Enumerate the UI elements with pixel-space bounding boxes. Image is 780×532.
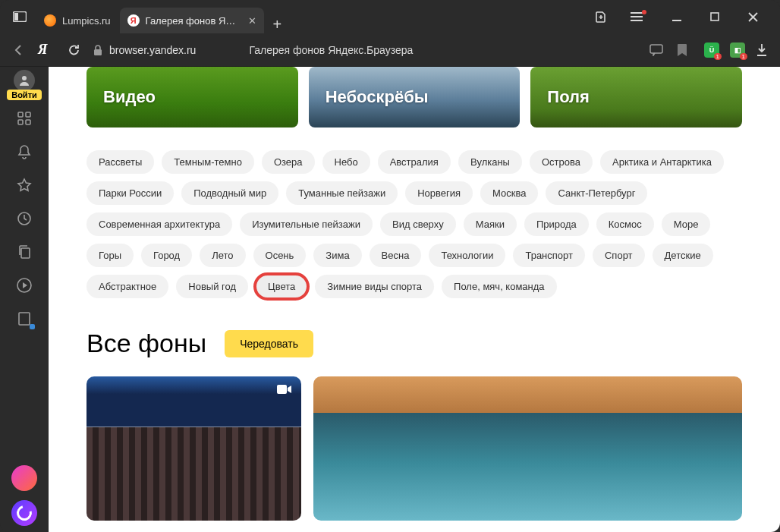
shuffle-button[interactable]: Чередовать	[225, 330, 313, 357]
tag-pill[interactable]: Спорт	[593, 244, 645, 267]
address-bar-actions: Ü 1 ◧ 1	[649, 42, 772, 58]
hero-row: Видео Небоскрёбы Поля	[86, 67, 742, 127]
back-button[interactable]	[8, 39, 30, 61]
page-title: Галерея фонов Яндекс.Браузера	[249, 44, 413, 56]
tag-pill[interactable]: Рассветы	[86, 150, 154, 174]
tag-pill[interactable]: Транспорт	[513, 244, 585, 267]
tag-pill[interactable]: Санкт-Петербург	[546, 181, 647, 205]
tag-pill[interactable]: Норвегия	[405, 181, 473, 205]
svg-rect-14	[18, 120, 23, 124]
tag-pill[interactable]: Весна	[370, 244, 422, 267]
play-icon[interactable]	[9, 270, 39, 301]
tag-pill[interactable]: Озера	[262, 150, 315, 174]
tag-pill[interactable]: Технологии	[429, 244, 505, 267]
url-host: browser.yandex.ru	[109, 44, 196, 56]
svg-rect-10	[650, 45, 662, 53]
svg-rect-13	[26, 112, 30, 117]
svg-rect-9	[94, 49, 102, 55]
new-tab-button[interactable]: +	[266, 16, 290, 33]
tab-title: Lumpics.ru	[62, 15, 111, 27]
login-button[interactable]: Войти	[7, 90, 42, 100]
tag-pill[interactable]: Новый год	[176, 275, 248, 298]
apps-icon[interactable]	[9, 103, 39, 134]
video-icon	[277, 384, 292, 395]
tag-pill[interactable]: Маяки	[464, 212, 517, 236]
tag-pill[interactable]: Небо	[322, 150, 370, 174]
extension-1[interactable]: Ü 1	[704, 42, 719, 58]
hero-card-fields[interactable]: Поля	[530, 67, 742, 127]
tag-pill[interactable]: Детские	[653, 244, 713, 267]
close-tab-icon[interactable]: ✕	[248, 15, 256, 27]
maximize-button[interactable]	[700, 2, 730, 32]
svg-rect-1	[14, 13, 18, 20]
tag-pill[interactable]: Изумительные пейзажи	[240, 212, 373, 236]
svg-point-11	[22, 76, 27, 80]
tag-pill[interactable]: Современная архитектура	[86, 212, 232, 236]
tab-strip: Lumpics.ru Я Галерея фонов Яндекс.Б ✕ +	[36, 0, 289, 33]
tag-pill[interactable]: Цвета	[256, 275, 307, 298]
tag-pill[interactable]: Парки России	[86, 181, 174, 205]
tag-pill[interactable]: Природа	[524, 212, 589, 236]
tag-pill[interactable]: Поле, мяч, команда	[442, 275, 557, 298]
tag-pill[interactable]: Осень	[253, 244, 307, 267]
tag-pill[interactable]: Темным-темно	[162, 150, 254, 174]
bookmark-icon[interactable]	[677, 43, 694, 57]
alice-purple-icon[interactable]	[11, 500, 37, 526]
note-icon[interactable]	[9, 304, 39, 334]
tag-pill[interactable]: Город	[141, 244, 192, 267]
tag-pill[interactable]: Море	[662, 212, 711, 236]
extension-badge: 1	[714, 53, 722, 60]
tag-pill[interactable]: Вулканы	[458, 150, 522, 174]
svg-rect-12	[18, 112, 23, 117]
feedback-icon[interactable]	[649, 44, 666, 56]
tag-pill[interactable]: Подводный мир	[181, 181, 278, 205]
tag-pill[interactable]: Зима	[313, 244, 361, 267]
hero-card-skyscrapers[interactable]: Небоскрёбы	[309, 67, 521, 127]
tag-pill[interactable]: Арктика и Антарктика	[600, 150, 724, 174]
svg-rect-15	[26, 120, 30, 124]
collections-icon[interactable]	[586, 2, 616, 32]
tag-pill[interactable]: Горы	[86, 244, 134, 267]
tab-gallery[interactable]: Я Галерея фонов Яндекс.Б ✕	[120, 8, 264, 33]
avatar-icon	[14, 70, 35, 91]
profile[interactable]: Войти	[7, 70, 42, 100]
tag-pill[interactable]: Москва	[480, 181, 538, 205]
wallpaper-card-waterfall[interactable]	[313, 376, 742, 521]
tag-pill[interactable]: Вид сверху	[380, 212, 456, 236]
tab-title: Галерея фонов Яндекс.Б	[146, 15, 239, 27]
tag-pill[interactable]: Абстрактное	[86, 275, 168, 298]
minimize-button[interactable]	[662, 2, 692, 32]
menu-icon[interactable]	[624, 2, 654, 32]
extension-badge: 1	[740, 53, 747, 60]
url-box[interactable]: browser.yandex.ru	[93, 44, 196, 56]
tag-list: РассветыТемным-темноОзераНебоАвстралияВу…	[86, 150, 742, 298]
svg-rect-17	[21, 248, 30, 258]
alice-pink-icon[interactable]	[11, 465, 37, 491]
hero-card-video[interactable]: Видео	[86, 67, 298, 127]
tag-pill[interactable]: Австралия	[378, 150, 451, 174]
tag-pill[interactable]: Зимние виды спорта	[315, 275, 434, 298]
tag-pill[interactable]: Острова	[530, 150, 593, 174]
extension-2[interactable]: ◧ 1	[730, 42, 745, 58]
star-icon[interactable]	[9, 170, 39, 200]
hero-title: Небоскрёбы	[326, 87, 429, 107]
hero-title: Поля	[547, 87, 590, 107]
sidebar-toggle-icon[interactable]	[9, 6, 30, 27]
tag-pill[interactable]: Туманные пейзажи	[286, 181, 398, 205]
copy-icon[interactable]	[9, 237, 39, 267]
downloads-icon[interactable]	[756, 43, 772, 57]
hero-title: Видео	[103, 87, 156, 107]
tab-lumpics[interactable]: Lumpics.ru	[36, 8, 118, 33]
wallpaper-card-city[interactable]	[86, 376, 301, 521]
favicon-lumpics	[44, 14, 56, 27]
left-sidebar: Войти	[0, 67, 49, 532]
bell-icon[interactable]	[9, 137, 39, 167]
yandex-logo[interactable]: Я	[38, 42, 55, 58]
history-icon[interactable]	[9, 203, 39, 234]
window-close-button[interactable]	[738, 2, 768, 32]
tag-pill[interactable]: Космос	[596, 212, 654, 236]
page-content: Видео Небоскрёбы Поля РассветыТемным-тем…	[49, 67, 780, 532]
tag-pill[interactable]: Лето	[200, 244, 245, 267]
address-bar: Я browser.yandex.ru Галерея фонов Яндекс…	[0, 33, 780, 67]
reload-button[interactable]	[62, 39, 85, 61]
